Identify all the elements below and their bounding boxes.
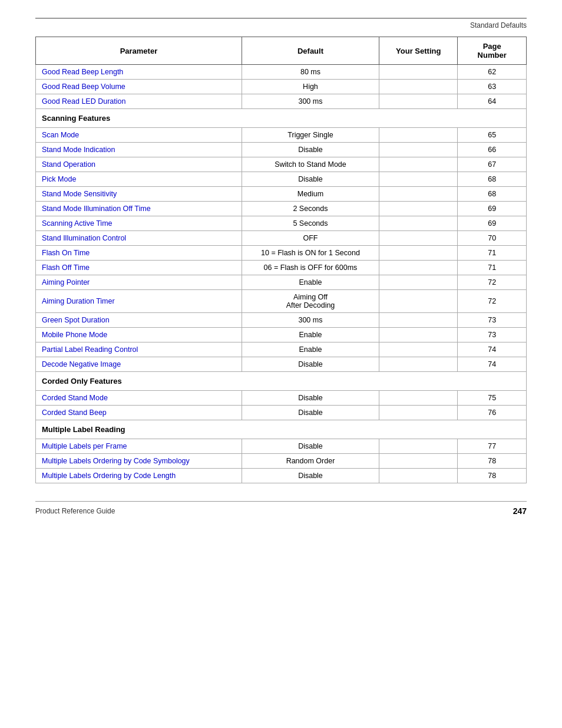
param-name[interactable]: Aiming Pointer <box>36 275 242 290</box>
param-name[interactable]: Good Read Beep Length <box>36 65 242 80</box>
table-row: Good Read LED Duration300 ms64 <box>36 94 527 109</box>
param-your-setting <box>379 439 458 454</box>
param-name[interactable]: Multiple Labels per Frame <box>36 439 242 454</box>
param-page: 74 <box>458 342 527 357</box>
param-name[interactable]: Pick Mode <box>36 172 242 187</box>
param-name[interactable]: Scanning Active Time <box>36 216 242 231</box>
section-header-cell: Scanning Features <box>36 109 527 128</box>
header-divider <box>35 18 527 19</box>
param-your-setting <box>379 187 458 202</box>
param-default: Medium <box>242 187 379 202</box>
param-name[interactable]: Scan Mode <box>36 128 242 143</box>
param-default: 80 ms <box>242 65 379 80</box>
param-page: 68 <box>458 172 527 187</box>
param-your-setting <box>379 65 458 80</box>
param-your-setting <box>379 454 458 469</box>
param-name[interactable]: Good Read Beep Volume <box>36 80 242 94</box>
footer: Product Reference Guide 247 <box>35 501 527 516</box>
param-default: High <box>242 80 379 94</box>
table-row: Green Spot Duration300 ms73 <box>36 313 527 328</box>
param-page: 66 <box>458 143 527 157</box>
table-row: Pick ModeDisable68 <box>36 172 527 187</box>
param-name[interactable]: Good Read LED Duration <box>36 94 242 109</box>
param-default: Enable <box>242 342 379 357</box>
parameters-table: Parameter Default Your Setting PageNumbe… <box>35 37 527 483</box>
param-page: 71 <box>458 261 527 275</box>
table-row: Aiming Duration TimerAiming OffAfter Dec… <box>36 290 527 313</box>
table-row: Corded Stand ModeDisable75 <box>36 391 527 406</box>
table-row: Scanning Active Time5 Seconds69 <box>36 216 527 231</box>
footer-right: 247 <box>513 506 527 516</box>
param-your-setting <box>379 406 458 420</box>
param-name[interactable]: Corded Stand Mode <box>36 391 242 406</box>
param-page: 76 <box>458 406 527 420</box>
param-name[interactable]: Flash Off Time <box>36 261 242 275</box>
table-row: Flash Off Time06 = Flash is OFF for 600m… <box>36 261 527 275</box>
param-your-setting <box>379 391 458 406</box>
param-your-setting <box>379 275 458 290</box>
param-your-setting <box>379 313 458 328</box>
param-default: 5 Seconds <box>242 216 379 231</box>
param-page: 65 <box>458 128 527 143</box>
param-your-setting <box>379 231 458 246</box>
param-default: Aiming OffAfter Decoding <box>242 290 379 313</box>
section-header-cell: Corded Only Features <box>36 372 527 391</box>
param-default: Disable <box>242 357 379 372</box>
col-default: Default <box>242 37 379 65</box>
param-default: Disable <box>242 469 379 483</box>
param-your-setting <box>379 143 458 157</box>
param-name[interactable]: Partial Label Reading Control <box>36 342 242 357</box>
param-page: 78 <box>458 469 527 483</box>
footer-left: Product Reference Guide <box>35 507 115 515</box>
param-your-setting <box>379 290 458 313</box>
param-page: 73 <box>458 313 527 328</box>
table-row: Good Read Beep Length80 ms62 <box>36 65 527 80</box>
param-default: Disable <box>242 143 379 157</box>
param-default: 06 = Flash is OFF for 600ms <box>242 261 379 275</box>
param-name[interactable]: Stand Mode Illumination Off Time <box>36 202 242 216</box>
param-name[interactable]: Flash On Time <box>36 246 242 261</box>
table-row: Multiple Labels Ordering by Code Symbolo… <box>36 454 527 469</box>
param-default: OFF <box>242 231 379 246</box>
table-row: Good Read Beep VolumeHigh63 <box>36 80 527 94</box>
param-your-setting <box>379 157 458 172</box>
table-row: Stand Mode SensitivityMedium68 <box>36 187 527 202</box>
param-page: 72 <box>458 290 527 313</box>
param-your-setting <box>379 246 458 261</box>
param-name[interactable]: Stand Mode Indication <box>36 143 242 157</box>
table-row: Flash On Time10 = Flash is ON for 1 Seco… <box>36 246 527 261</box>
param-name[interactable]: Corded Stand Beep <box>36 406 242 420</box>
table-row: Stand Illumination ControlOFF70 <box>36 231 527 246</box>
param-your-setting <box>379 328 458 342</box>
param-page: 72 <box>458 275 527 290</box>
table-row: Decode Negative ImageDisable74 <box>36 357 527 372</box>
section-header-cell: Multiple Label Reading <box>36 420 527 439</box>
param-page: 69 <box>458 202 527 216</box>
param-default: Disable <box>242 406 379 420</box>
param-name[interactable]: Stand Illumination Control <box>36 231 242 246</box>
param-name[interactable]: Multiple Labels Ordering by Code Symbolo… <box>36 454 242 469</box>
param-default: Disable <box>242 172 379 187</box>
param-name[interactable]: Mobile Phone Mode <box>36 328 242 342</box>
col-your-setting: Your Setting <box>379 37 458 65</box>
param-default: 2 Seconds <box>242 202 379 216</box>
param-page: 78 <box>458 454 527 469</box>
param-default: Switch to Stand Mode <box>242 157 379 172</box>
param-page: 64 <box>458 94 527 109</box>
param-default: Enable <box>242 275 379 290</box>
param-default: Disable <box>242 391 379 406</box>
param-name[interactable]: Multiple Labels Ordering by Code Length <box>36 469 242 483</box>
section-header-row: Scanning Features <box>36 109 527 128</box>
param-name[interactable]: Stand Mode Sensitivity <box>36 187 242 202</box>
param-default: Disable <box>242 439 379 454</box>
table-row: Partial Label Reading ControlEnable74 <box>36 342 527 357</box>
param-your-setting <box>379 342 458 357</box>
col-page-number: PageNumber <box>458 37 527 65</box>
param-name[interactable]: Green Spot Duration <box>36 313 242 328</box>
table-row: Scan ModeTrigger Single65 <box>36 128 527 143</box>
param-page: 75 <box>458 391 527 406</box>
param-name[interactable]: Stand Operation <box>36 157 242 172</box>
param-name[interactable]: Decode Negative Image <box>36 357 242 372</box>
param-default: 300 ms <box>242 313 379 328</box>
param-name[interactable]: Aiming Duration Timer <box>36 290 242 313</box>
